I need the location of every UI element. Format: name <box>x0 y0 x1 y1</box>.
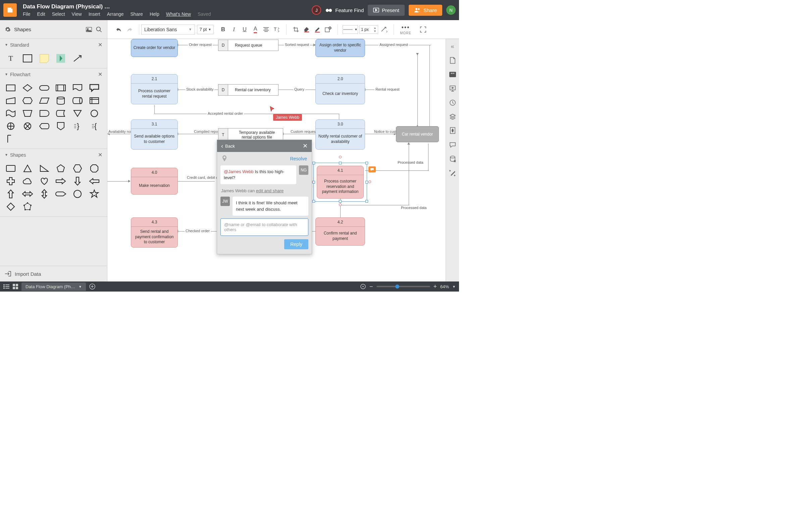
search-icon[interactable] <box>96 26 102 33</box>
canvas[interactable]: Order request Sorted request Assigned re… <box>107 39 445 282</box>
reply-button[interactable]: Reply <box>284 239 308 249</box>
shape-circle[interactable] <box>71 189 84 199</box>
feature-find[interactable]: Feature Find <box>325 6 364 14</box>
shape-pentagon[interactable] <box>55 163 67 173</box>
panel-standard-header[interactable]: ▼Standard ✕ <box>0 39 107 51</box>
pin-icon[interactable] <box>222 155 227 162</box>
close-icon[interactable]: ✕ <box>98 41 102 48</box>
font-select[interactable]: Liberation Sans ▼ <box>141 25 195 34</box>
shape-octagon[interactable] <box>88 163 100 173</box>
shape-manual-input[interactable] <box>5 96 17 106</box>
comment-input[interactable]: @name or @email to collaborate with othe… <box>221 219 308 236</box>
shape-document[interactable] <box>71 83 84 93</box>
comment-back-button[interactable]: ‹ Back <box>221 143 235 150</box>
shape-predef[interactable] <box>55 83 67 93</box>
gear-icon[interactable] <box>5 27 11 32</box>
shape-options-button[interactable] <box>323 25 333 34</box>
history-icon[interactable] <box>448 98 457 107</box>
image-icon[interactable] <box>86 27 92 32</box>
menu-whats-new[interactable]: What's New <box>166 11 191 17</box>
shape-stored-data[interactable] <box>55 108 67 118</box>
zoom-level[interactable]: 64% <box>440 284 449 289</box>
node-4-0[interactable]: 4.0 Make reservation <box>131 168 178 195</box>
datastore-request-queue[interactable]: D Request queue <box>218 39 279 51</box>
redo-button[interactable] <box>125 25 134 34</box>
bold-button[interactable]: B <box>219 25 228 34</box>
datastore-inventory[interactable]: D Rental car inventory <box>218 84 279 96</box>
shape-process[interactable] <box>5 83 17 93</box>
shape-arrow[interactable] <box>71 53 84 63</box>
align-button[interactable] <box>261 25 271 34</box>
node-4-1[interactable]: 4.1 Process customer reservation and pay… <box>317 166 364 199</box>
shape-arrow-u[interactable] <box>5 189 17 199</box>
add-page-icon[interactable] <box>89 284 95 290</box>
shape-pill-arrow[interactable] <box>55 189 67 199</box>
shape-sum[interactable] <box>22 121 34 131</box>
page-tab[interactable]: Data Flow Diagram (Ph… ▼ <box>22 283 86 291</box>
border-color-button[interactable] <box>313 25 322 34</box>
node-assign-order[interactable]: Assign order to specific vendor <box>315 39 365 57</box>
shape-terminator[interactable] <box>38 83 50 93</box>
crop-button[interactable] <box>291 25 301 34</box>
shape-connector[interactable] <box>88 108 100 118</box>
collaborator-avatar-j[interactable]: J <box>312 5 321 15</box>
shape-database[interactable] <box>55 96 67 106</box>
shape-delay[interactable] <box>38 108 50 118</box>
line-options-button[interactable] <box>379 25 389 34</box>
shape-right-tri[interactable] <box>38 163 50 173</box>
shape-arrow-l[interactable] <box>88 176 100 186</box>
close-icon[interactable]: ✕ <box>303 142 308 150</box>
menu-share[interactable]: Share <box>130 11 143 17</box>
theme-icon[interactable] <box>448 127 457 135</box>
shape-preparation[interactable] <box>22 96 34 106</box>
present-button[interactable]: Present <box>368 5 405 16</box>
list-view-icon[interactable] <box>3 284 9 289</box>
shape-data[interactable] <box>38 96 50 106</box>
shape-display[interactable] <box>38 121 50 131</box>
zoom-out-button[interactable]: − <box>370 283 373 290</box>
shape-rect2[interactable] <box>5 163 17 173</box>
shape-triangle[interactable] <box>22 163 34 173</box>
close-icon[interactable]: ✕ <box>98 71 102 78</box>
user-avatar-n[interactable]: N <box>446 5 456 15</box>
text-color-button[interactable]: A <box>251 25 260 34</box>
panel-flowchart-header[interactable]: ▼Flowchart ✕ <box>0 68 107 80</box>
shape-merge[interactable] <box>71 108 84 118</box>
node-2-1[interactable]: 2.1 Process customer rental request <box>131 74 178 104</box>
presentation-icon[interactable] <box>448 85 457 93</box>
shape-note[interactable] <box>38 53 50 63</box>
shape-text[interactable]: T <box>5 53 17 63</box>
shape-cloud[interactable] <box>22 176 34 186</box>
zoom-slider[interactable] <box>376 286 430 287</box>
menu-arrange[interactable]: Arrange <box>107 11 124 17</box>
shape-or[interactable] <box>5 121 17 131</box>
shape-arrow-ud[interactable] <box>38 189 50 199</box>
node-4-2[interactable]: 4.2 Confirm rental and payment <box>315 218 365 246</box>
quote-icon[interactable]: "" <box>448 70 457 79</box>
panel-shapes-header[interactable]: ▼Shapes ✕ <box>0 149 107 161</box>
node-vendor[interactable]: Car rental vendor <box>396 126 439 142</box>
font-size-select[interactable]: 7 pt▼ <box>197 25 214 34</box>
shape-direct-data[interactable] <box>71 96 84 106</box>
document-title[interactable]: Data Flow Diagram (Physical) … <box>23 3 312 10</box>
data-icon[interactable] <box>448 155 457 163</box>
resolve-button[interactable]: Resolve <box>290 156 307 161</box>
shape-rect[interactable] <box>22 53 34 63</box>
target-icon[interactable] <box>360 284 366 290</box>
menu-help[interactable]: Help <box>150 11 160 17</box>
menu-select[interactable]: Select <box>52 11 65 17</box>
italic-button[interactable]: I <box>229 25 238 34</box>
shape-polygon[interactable] <box>22 202 34 212</box>
shape-diamond2[interactable] <box>5 202 17 212</box>
shape-arrow-d[interactable] <box>71 176 84 186</box>
underline-button[interactable]: U <box>240 25 249 34</box>
shape-decision[interactable] <box>22 83 34 93</box>
shape-star[interactable] <box>88 189 100 199</box>
shape-card[interactable] <box>5 134 17 144</box>
close-icon[interactable]: ✕ <box>98 152 102 158</box>
fullscreen-button[interactable] <box>417 27 429 32</box>
grid-view-icon[interactable] <box>13 284 18 289</box>
node-create-order[interactable]: Create order for vendor <box>131 39 178 57</box>
shape-brace-l[interactable]: { <box>88 121 100 131</box>
app-logo[interactable] <box>3 3 17 17</box>
